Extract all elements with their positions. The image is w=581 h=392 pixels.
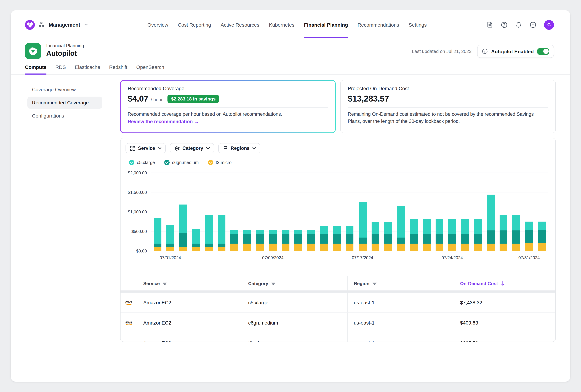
bar-07/08/2024[interactable] — [241, 173, 254, 251]
bar-07/31/2024[interactable] — [536, 173, 548, 251]
bar-segment-c6gn.medium — [525, 230, 533, 243]
bar-07/14/2024[interactable] — [318, 173, 330, 251]
help-icon[interactable] — [501, 21, 508, 28]
nav-item[interactable]: Overview — [148, 11, 168, 38]
bar-07/16/2024[interactable] — [343, 173, 356, 251]
bar-segment-t3.micro — [410, 244, 418, 251]
bar-segment-t3.micro — [192, 247, 200, 251]
bar-segment-t3.micro — [422, 244, 430, 251]
bar-segment-c6gn.medium — [192, 243, 200, 247]
bar-07/28/2024[interactable] — [497, 173, 510, 251]
workspace-switcher[interactable]: Management — [25, 20, 88, 30]
bar-segment-c5.xlarge — [166, 225, 174, 244]
service-filter-button[interactable]: Service — [126, 143, 166, 153]
bar-segment-t3.micro — [282, 244, 290, 251]
bar-07/07/2024[interactable] — [228, 173, 241, 251]
bar-segment-t3.micro — [448, 244, 456, 251]
category-column-header[interactable]: Category — [242, 276, 348, 290]
add-icon[interactable] — [530, 21, 536, 28]
bar-07/12/2024[interactable] — [292, 173, 305, 251]
bar-07/13/2024[interactable] — [305, 173, 318, 251]
category-filter-button[interactable]: Category — [170, 143, 214, 153]
filter-label: Service — [138, 146, 155, 151]
bar-segment-c6gn.medium — [448, 234, 456, 244]
legend-item[interactable]: t3.micro — [208, 160, 232, 165]
tab[interactable]: OpenSearch — [136, 64, 164, 74]
bar-07/04/2024[interactable] — [190, 173, 202, 251]
regions-filter-button[interactable]: Regions — [218, 143, 260, 153]
cost-column-header[interactable]: On-Demand Cost — [454, 276, 556, 290]
bar-07/29/2024[interactable] — [510, 173, 523, 251]
table-row[interactable]: aws AmazonEC2 c6gn.medium us-east-1 $409… — [120, 313, 556, 333]
bar-segment-t3.micro — [230, 244, 238, 251]
nav-item-label: Cost Reporting — [178, 22, 211, 28]
sidebar-item[interactable]: Configurations — [28, 110, 102, 122]
bar-segment-c6gn.medium — [256, 234, 264, 244]
bar-07/20/2024[interactable] — [394, 173, 407, 251]
bar-07/05/2024[interactable] — [202, 173, 215, 251]
notifications-icon[interactable] — [515, 21, 522, 28]
service-column-header[interactable]: Service — [137, 276, 242, 290]
bar-07/01/2024[interactable] — [151, 173, 164, 251]
sidebar-item[interactable]: Recommended Coverage — [28, 97, 102, 109]
chevron-down-icon — [158, 147, 162, 150]
user-avatar[interactable]: C — [544, 20, 554, 30]
bar-07/15/2024[interactable] — [330, 173, 343, 251]
bar-07/06/2024[interactable] — [215, 173, 228, 251]
grid-icon — [130, 145, 136, 151]
bar-07/23/2024[interactable] — [433, 173, 446, 251]
tab[interactable]: Compute — [25, 64, 46, 74]
review-recommendation-link[interactable]: Review the recommendation → — [128, 119, 199, 124]
y-axis-label: $0.00 — [136, 248, 147, 253]
autopilot-enabled-pill[interactable]: Autopilot Enabled — [477, 45, 554, 58]
bar-segment-t3.micro — [358, 244, 366, 251]
bar-07/17/2024[interactable] — [356, 173, 369, 251]
bar-07/10/2024[interactable] — [266, 173, 279, 251]
tab[interactable]: Redshift — [109, 64, 128, 74]
chip-icon — [174, 145, 180, 151]
chart-y-axis: $0.00$500.00$1,000.00$1,500.00$2,000.00 — [120, 173, 147, 251]
sidebar-item[interactable]: Coverage Overview — [28, 83, 102, 96]
nav-item[interactable]: Cost Reporting — [178, 11, 211, 38]
nav-item[interactable]: Active Resources — [221, 11, 260, 38]
nav-item[interactable]: Recommendations — [358, 11, 399, 38]
bar-07/30/2024[interactable] — [523, 173, 536, 251]
x-axis-label: 07/01/2024 — [160, 255, 181, 260]
bar-07/22/2024[interactable] — [420, 173, 433, 251]
tab[interactable]: RDS — [55, 64, 66, 74]
bar-07/21/2024[interactable] — [407, 173, 420, 251]
autopilot-toggle[interactable] — [537, 48, 549, 55]
tab[interactable]: Elasticache — [75, 64, 100, 74]
report-icon[interactable] — [486, 21, 493, 28]
cell-cost: $7,438.32 — [460, 300, 482, 305]
bar-07/26/2024[interactable] — [472, 173, 484, 251]
legend-item[interactable]: c5.xlarge — [129, 160, 155, 165]
bar-07/27/2024[interactable] — [484, 173, 497, 251]
table-row[interactable]: aws AmazonEC2 c5.xlarge us-east-1 $7,438… — [120, 293, 556, 313]
app-panel: Management OverviewCost ReportingActive … — [11, 10, 570, 382]
bar-segment-t3.micro — [397, 244, 405, 251]
nav-item[interactable]: Settings — [409, 11, 427, 38]
nav-item[interactable]: Financial Planning — [304, 11, 348, 38]
bar-segment-c5.xlarge — [358, 202, 366, 237]
bar-segment-c5.xlarge — [538, 221, 546, 230]
bar-segment-c6gn.medium — [166, 243, 174, 247]
table-row[interactable]: aws AmazonEC2 t3.micro us-east-1 $305.76 — [120, 333, 556, 342]
bar-07/18/2024[interactable] — [369, 173, 382, 251]
region-column-header[interactable]: Region — [348, 276, 454, 290]
legend-item[interactable]: c6gn.medium — [164, 160, 198, 165]
bar-07/19/2024[interactable] — [382, 173, 394, 251]
bar-07/24/2024[interactable] — [446, 173, 458, 251]
bar-segment-t3.micro — [500, 244, 508, 251]
bar-segment-t3.micro — [205, 247, 213, 251]
bar-07/02/2024[interactable] — [164, 173, 177, 251]
y-axis-label: $1,000.00 — [128, 209, 147, 214]
check-circle-icon — [208, 160, 213, 165]
bar-segment-c6gn.medium — [320, 234, 328, 244]
bar-07/09/2024[interactable] — [254, 173, 266, 251]
nav-item[interactable]: Kubernetes — [269, 11, 294, 38]
nav-item-label: Financial Planning — [304, 22, 348, 28]
bar-07/03/2024[interactable] — [177, 173, 190, 251]
bar-07/11/2024[interactable] — [279, 173, 292, 251]
bar-07/25/2024[interactable] — [459, 173, 472, 251]
